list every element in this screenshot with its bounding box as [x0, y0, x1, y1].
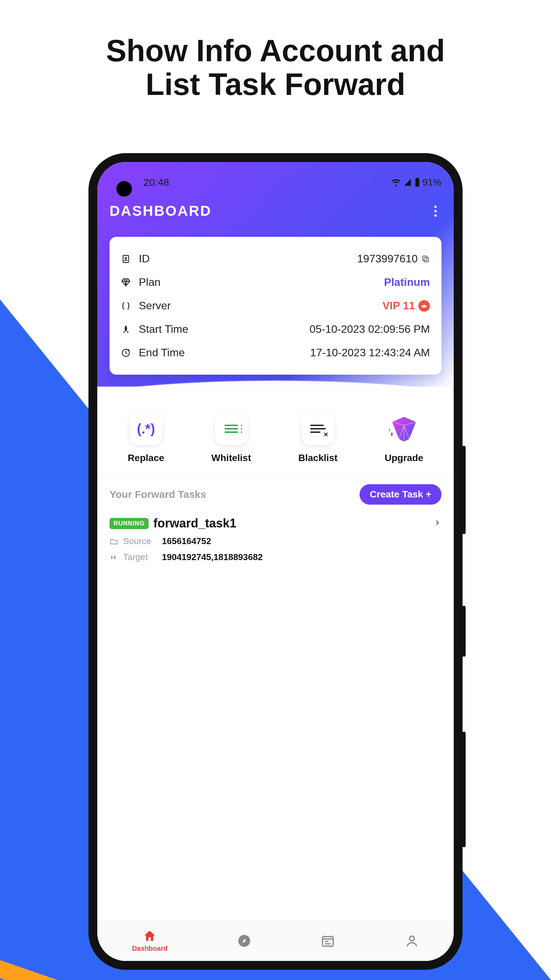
replace-label: Replace — [127, 453, 164, 463]
task-item[interactable]: RUNNING forward_task1 Source 1656164752 — [110, 516, 441, 563]
chevron-right-icon — [433, 519, 441, 528]
nav-profile[interactable] — [405, 934, 419, 948]
nav-dashboard-label: Dashboard — [132, 945, 167, 953]
replace-icon: (.*) — [130, 412, 162, 445]
server-value-text: VIP 11 — [383, 299, 415, 312]
svg-rect-1 — [416, 178, 418, 179]
start-value: 05-10-2023 02:09:56 PM — [310, 323, 430, 336]
tasks-heading: Your Forward Tasks — [110, 488, 206, 500]
svg-rect-4 — [424, 257, 429, 262]
nav-dashboard[interactable]: Dashboard — [132, 929, 167, 953]
diamond-icon — [121, 278, 130, 287]
signal-icon — [403, 178, 411, 186]
plan-label: Plan — [139, 276, 160, 288]
folder-icon — [110, 537, 118, 546]
svg-point-3 — [125, 257, 127, 259]
more-menu-button[interactable] — [429, 205, 441, 217]
end-value: 17-10-2023 12:43:24 AM — [310, 347, 430, 359]
wifi-icon — [391, 178, 401, 187]
forward-icon — [110, 553, 118, 562]
upgrade-label: Upgrade — [385, 453, 424, 463]
promo-title-line1: Show Info Account and — [0, 34, 551, 68]
whitelist-button[interactable]: Whitelist — [211, 412, 251, 463]
status-bar: 20:48 91% — [110, 172, 441, 192]
start-label: Start Time — [139, 323, 189, 336]
upgrade-diamond-icon — [388, 412, 421, 445]
info-row-id: ID 1973997610 — [121, 247, 430, 270]
header-area: 20:48 91% DASHBOARD — [97, 162, 454, 387]
account-info-card: ID 1973997610 Plan Platinum — [110, 237, 441, 375]
whitelist-icon — [215, 412, 248, 445]
blacklist-label: Blacklist — [298, 453, 337, 463]
target-label: Target — [123, 552, 157, 563]
nav-compass[interactable] — [237, 934, 251, 948]
server-value: VIP 11 — [383, 299, 430, 312]
promo-title-line2: List Task Forward — [0, 68, 551, 102]
server-label: Server — [139, 299, 171, 312]
blacklist-button[interactable]: × Blacklist — [298, 412, 337, 463]
id-icon — [121, 254, 130, 264]
target-value: 1904192745,1818893682 — [162, 552, 263, 563]
rocket-icon — [121, 325, 130, 334]
copy-icon[interactable] — [421, 255, 430, 263]
id-label: ID — [139, 253, 150, 265]
info-row-end: End Time 17-10-2023 12:43:24 AM — [121, 341, 430, 364]
braces-icon — [121, 301, 130, 311]
info-row-start: Start Time 05-10-2023 02:09:56 PM — [121, 318, 430, 341]
blacklist-icon: × — [302, 412, 334, 445]
status-time: 20:48 — [143, 177, 169, 188]
actions-row: (.*) Replace Whitelist × Blacklist — [97, 400, 454, 474]
crown-icon — [418, 300, 430, 312]
clock-icon — [121, 348, 130, 358]
replace-button[interactable]: (.*) Replace — [127, 412, 164, 463]
svg-rect-0 — [415, 179, 419, 187]
phone-frame: 20:48 91% DASHBOARD — [89, 153, 462, 970]
battery-percent: 91% — [422, 177, 441, 188]
svg-point-9 — [410, 936, 414, 941]
info-row-plan: Plan Platinum — [121, 270, 430, 294]
bottom-nav: Dashboard — [97, 920, 454, 961]
end-label: End Time — [139, 347, 185, 359]
plan-value: Platinum — [384, 276, 430, 288]
camera-hole — [116, 181, 132, 197]
status-badge: RUNNING — [110, 518, 149, 529]
promo-title: Show Info Account and List Task Forward — [0, 34, 551, 102]
whitelist-label: Whitelist — [211, 453, 251, 463]
create-task-button[interactable]: Create Task + — [359, 484, 441, 504]
screen: 20:48 91% DASHBOARD — [97, 162, 454, 961]
info-row-server: Server VIP 11 — [121, 294, 430, 318]
task-name: forward_task1 — [153, 516, 237, 530]
source-value: 1656164752 — [162, 536, 211, 546]
svg-rect-5 — [422, 256, 427, 260]
nav-news[interactable] — [321, 934, 335, 948]
page-title: DASHBOARD — [110, 203, 211, 219]
battery-icon — [414, 178, 421, 187]
tasks-section: Your Forward Tasks Create Task + RUNNING… — [97, 474, 454, 920]
upgrade-button[interactable]: Upgrade — [385, 412, 424, 463]
id-value: 1973997610 — [357, 253, 418, 265]
source-label: Source — [123, 536, 157, 546]
